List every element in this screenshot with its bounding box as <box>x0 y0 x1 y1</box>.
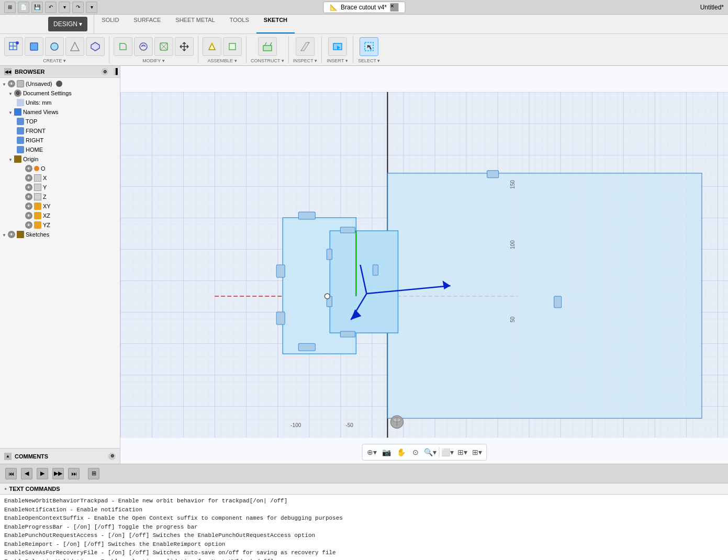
tab-solid[interactable]: SOLID <box>94 15 126 33</box>
move-btn[interactable] <box>175 37 194 56</box>
visibility-icon[interactable]: 👁 <box>25 193 32 200</box>
prev-btn[interactable]: ◀ <box>21 468 32 479</box>
skip-fwd-btn[interactable]: ⏭ <box>68 468 80 479</box>
display-mode-btn[interactable]: ⬜▾ <box>441 446 454 458</box>
inspect-buttons <box>296 36 315 57</box>
viewport-btn[interactable]: ⊞▾ <box>471 446 483 458</box>
tree-item-sketches[interactable]: 👁 Sketches <box>0 230 120 239</box>
text-commands-header[interactable]: ● TEXT COMMANDS <box>0 484 728 495</box>
visibility-icon[interactable]: 👁 <box>25 184 32 191</box>
tree-item-XY[interactable]: 👁 XY <box>0 201 120 211</box>
titlebar-right: Untitled* <box>700 4 724 11</box>
create-btn-5[interactable] <box>86 37 105 56</box>
tab-sketch[interactable]: SKETCH <box>256 15 295 33</box>
timeline-icon[interactable]: ⊞ <box>88 468 99 479</box>
tab-sheet-metal[interactable]: SHEET METAL <box>168 15 222 33</box>
tree-item-named-views[interactable]: Named Views <box>0 107 120 117</box>
tree-item-Y[interactable]: 👁 Y <box>0 183 120 192</box>
visibility-icon[interactable]: 👁 <box>8 231 15 238</box>
browser-options-icon[interactable]: ⚙ <box>101 68 108 75</box>
tree-item-top[interactable]: TOP <box>0 117 120 126</box>
tree-item-units[interactable]: Units: mm <box>0 98 120 107</box>
create-btn-1[interactable] <box>4 37 23 56</box>
visibility-icon[interactable]: 👁 <box>25 203 32 210</box>
command-line-7: EnableSaveAsForRecoveryFile - [/on] [/of… <box>4 548 724 557</box>
tree-item-XZ[interactable]: 👁 XZ <box>0 211 120 220</box>
visibility-icon[interactable]: 👁 <box>8 80 15 87</box>
skip-back-btn[interactable]: ⏮ <box>5 468 17 479</box>
view-icon <box>17 146 24 153</box>
tree-item-O[interactable]: 👁 O <box>0 164 120 173</box>
command-line-8: EnableSelectionValidation - Enable selec… <box>4 557 724 561</box>
modify-btn-2[interactable] <box>134 37 153 56</box>
plane-orange-icon <box>34 212 41 219</box>
svg-text:-50: -50 <box>345 422 353 428</box>
undo-icon[interactable]: ↶ <box>45 2 57 13</box>
visibility-icon[interactable]: 👁 <box>25 165 32 172</box>
modify-btn-3[interactable] <box>154 37 173 56</box>
tree-item-unsaved[interactable]: 👁 (Unsaved) <box>0 79 120 88</box>
tree-item-right[interactable]: RIGHT <box>0 136 120 145</box>
svg-rect-12 <box>263 46 272 51</box>
item-label: RIGHT <box>26 137 43 143</box>
design-dropdown[interactable]: DESIGN ▾ <box>48 17 87 31</box>
create-btn-4[interactable] <box>65 37 84 56</box>
tree-item-home[interactable]: HOME <box>0 145 120 154</box>
visibility-icon[interactable]: 👁 <box>25 212 32 219</box>
comments-collapse-icon[interactable]: ▲ <box>4 453 12 460</box>
insert-btn-1[interactable] <box>328 37 347 56</box>
tree-item-origin[interactable]: Origin <box>0 154 120 164</box>
canvas-toolbar: ⊕▾ 📷 ✋ ⊙ 🔍▾ ⬜▾ ⊞▾ ⊞▾ <box>362 444 487 461</box>
svg-marker-7 <box>91 42 99 51</box>
tree-item-Z[interactable]: 👁 Z <box>0 192 120 201</box>
plane-icon <box>34 184 41 191</box>
visibility-icon[interactable]: 👁 <box>25 174 32 182</box>
item-label: YZ <box>43 222 50 228</box>
zoom-btn[interactable]: 🔍▾ <box>424 446 436 458</box>
tree-item-document-settings[interactable]: ⚙ Document Settings <box>0 88 120 98</box>
modify-btn-1[interactable] <box>114 37 132 56</box>
browser-collapse-button[interactable]: ◀◀ <box>4 68 12 75</box>
select-label: SELECT ▾ <box>358 58 380 63</box>
select-btn-1[interactable] <box>360 37 378 56</box>
apps-icon[interactable]: ⊞ <box>4 2 16 13</box>
assemble-btn-2[interactable] <box>223 37 242 56</box>
redo-icon[interactable]: ↷ <box>72 2 84 13</box>
undo-dropdown-icon[interactable]: ▾ <box>59 2 70 13</box>
play-btn[interactable]: ▶ <box>37 468 48 479</box>
orbit-btn[interactable]: ⊕▾ <box>365 446 378 458</box>
ribbon-content: CREATE ▾ MODIFY ▾ <box>0 34 728 65</box>
tree-item-X[interactable]: 👁 X <box>0 173 120 183</box>
tab-close-button[interactable]: ✕ <box>390 3 398 12</box>
new-file-icon[interactable]: 📄 <box>18 2 29 13</box>
visibility-icon[interactable]: 👁 <box>25 221 32 229</box>
create-btn-2[interactable] <box>25 37 43 56</box>
sep-1 <box>439 447 439 457</box>
camera-btn[interactable]: 📷 <box>380 446 393 458</box>
redo-dropdown-icon[interactable]: ▾ <box>86 2 97 13</box>
browser-resize-handle[interactable]: ▐ <box>114 68 116 75</box>
tab-tools[interactable]: TOOLS <box>222 15 256 33</box>
svg-rect-28 <box>298 343 315 351</box>
tree-item-YZ[interactable]: 👁 YZ <box>0 220 120 230</box>
inspect-btn-1[interactable] <box>296 37 315 56</box>
save-icon[interactable]: 💾 <box>31 2 43 13</box>
grid-btn[interactable]: ⊞▾ <box>456 446 468 458</box>
assemble-btn-1[interactable] <box>203 37 221 56</box>
create-buttons <box>4 36 105 57</box>
plane-icon <box>34 174 41 182</box>
canvas[interactable]: 150 100 50 -100 -50 ⊕▾ 📷 ✋ ⊙ 🔍▾ ⬜▾ ⊞▾ ⊞▾ <box>120 66 728 464</box>
construct-btn-1[interactable] <box>258 37 277 56</box>
folder-icon <box>14 155 21 163</box>
status-icon <box>56 81 62 87</box>
pan-btn[interactable]: ✋ <box>395 446 407 458</box>
next-btn[interactable]: ▶▶ <box>52 468 64 479</box>
tree-item-front[interactable]: FRONT <box>0 126 120 136</box>
comments-options-icon[interactable]: ⚙ <box>108 453 116 460</box>
tab-surface[interactable]: SURFACE <box>126 15 168 33</box>
create-btn-3[interactable] <box>45 37 64 56</box>
svg-point-36 <box>324 294 330 299</box>
text-commands-body: EnableNewOrbitBehaviorTrackpad - Enable … <box>0 495 728 560</box>
units-icon <box>17 99 24 106</box>
zoom-extents-btn[interactable]: ⊙ <box>409 446 422 458</box>
